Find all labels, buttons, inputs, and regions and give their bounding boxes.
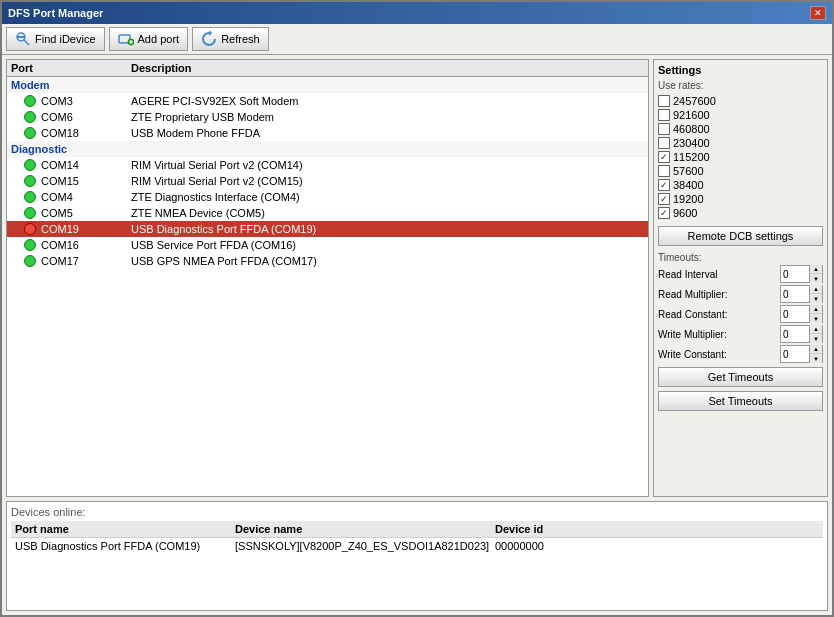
svg-rect-2 — [17, 36, 25, 38]
port-status-icon — [23, 126, 37, 140]
rate-row: 2457600 — [658, 94, 823, 108]
spin-up-button[interactable]: ▲ — [810, 305, 822, 314]
spin-down-button[interactable]: ▼ — [810, 354, 822, 363]
add-icon — [118, 31, 134, 47]
rate-checkbox[interactable] — [658, 123, 670, 135]
port-status-icon — [23, 174, 37, 188]
device-table-header: Port name Device name Device id — [11, 521, 823, 538]
rate-row: 230400 — [658, 136, 823, 150]
col-device-name-header: Device name — [235, 523, 495, 535]
spin-up-button[interactable]: ▲ — [810, 325, 822, 334]
window-title: DFS Port Manager — [8, 7, 103, 19]
port-row-selected[interactable]: COM19 USB Diagnostics Port FFDA (COM19) — [7, 221, 648, 237]
device-row: USB Diagnostics Port FFDA (COM19)[SSNSKO… — [11, 538, 823, 554]
rate-row: 921600 — [658, 108, 823, 122]
rate-label: 57600 — [673, 165, 704, 177]
spin-down-button[interactable]: ▼ — [810, 294, 822, 303]
timeout-input[interactable] — [781, 266, 809, 282]
spin-down-button[interactable]: ▼ — [810, 334, 822, 343]
port-status-icon — [23, 206, 37, 220]
devices-online-label: Devices online: — [11, 506, 823, 518]
rate-label: 460800 — [673, 123, 710, 135]
col-port-header: Port — [11, 62, 131, 74]
timeout-row: Write Multiplier:▲▼ — [658, 325, 823, 343]
port-row[interactable]: COM18 USB Modem Phone FFDA — [7, 125, 648, 141]
group-modem: Modem — [7, 77, 648, 93]
rate-row: 19200 — [658, 192, 823, 206]
spin-up-button[interactable]: ▲ — [810, 345, 822, 354]
timeout-row: Read Multiplier:▲▼ — [658, 285, 823, 303]
port-row[interactable]: COM6 ZTE Proprietary USB Modem — [7, 109, 648, 125]
timeout-name-label: Write Multiplier: — [658, 329, 780, 340]
port-status-icon — [23, 222, 37, 236]
spin-down-button[interactable]: ▼ — [810, 274, 822, 283]
port-row[interactable]: COM16 USB Service Port FFDA (COM16) — [7, 237, 648, 253]
port-row[interactable]: COM5 ZTE NMEA Device (COM5) — [7, 205, 648, 221]
bottom-panel: Devices online: Port name Device name De… — [6, 501, 828, 611]
timeout-input[interactable] — [781, 286, 809, 302]
rate-checkbox[interactable] — [658, 109, 670, 121]
timeout-name-label: Read Interval — [658, 269, 780, 280]
refresh-label: Refresh — [221, 33, 260, 45]
find-icon — [15, 31, 31, 47]
toolbar: Find iDevice Add port Refresh — [2, 24, 832, 55]
rate-label: 921600 — [673, 109, 710, 121]
find-idevice-button[interactable]: Find iDevice — [6, 27, 105, 51]
timeout-name-label: Read Constant: — [658, 309, 780, 320]
rate-checkbox[interactable] — [658, 207, 670, 219]
rate-label: 19200 — [673, 193, 704, 205]
port-row[interactable]: COM4 ZTE Diagnostics Interface (COM4) — [7, 189, 648, 205]
rate-row: 38400 — [658, 178, 823, 192]
spin-up-button[interactable]: ▲ — [810, 285, 822, 294]
set-timeouts-button[interactable]: Set Timeouts — [658, 391, 823, 411]
main-area: Port Description Modem COM3 AGERE PCI-SV… — [2, 55, 832, 501]
find-idevice-label: Find iDevice — [35, 33, 96, 45]
refresh-button[interactable]: Refresh — [192, 27, 269, 51]
rate-label: 9600 — [673, 207, 697, 219]
port-row[interactable]: COM15 RIM Virtual Serial Port v2 (COM15) — [7, 173, 648, 189]
use-rates-label: Use rates: — [658, 80, 823, 91]
port-status-icon — [23, 110, 37, 124]
rate-label: 230400 — [673, 137, 710, 149]
rate-label: 2457600 — [673, 95, 716, 107]
timeout-name-label: Read Multiplier: — [658, 289, 780, 300]
port-row[interactable]: COM14 RIM Virtual Serial Port v2 (COM14) — [7, 157, 648, 173]
port-row[interactable]: COM3 AGERE PCI-SV92EX Soft Modem — [7, 93, 648, 109]
device-rows-container: USB Diagnostics Port FFDA (COM19)[SSNSKO… — [11, 538, 823, 554]
timeout-input[interactable] — [781, 306, 809, 322]
col-port-name-header: Port name — [15, 523, 235, 535]
timeout-row: Write Constant:▲▼ — [658, 345, 823, 363]
get-timeouts-button[interactable]: Get Timeouts — [658, 367, 823, 387]
timeout-section: Timeouts: Read Interval▲▼Read Multiplier… — [658, 252, 823, 365]
add-port-button[interactable]: Add port — [109, 27, 189, 51]
rate-checkbox[interactable] — [658, 179, 670, 191]
rate-row: 57600 — [658, 164, 823, 178]
spin-up-button[interactable]: ▲ — [810, 265, 822, 274]
remote-dcb-button[interactable]: Remote DCB settings — [658, 226, 823, 246]
timeout-spinbox: ▲▼ — [780, 345, 823, 363]
timeout-spinbox: ▲▼ — [780, 285, 823, 303]
refresh-icon — [201, 31, 217, 47]
spin-down-button[interactable]: ▼ — [810, 314, 822, 323]
svg-line-1 — [24, 40, 29, 45]
rate-label: 115200 — [673, 151, 710, 163]
rate-checkbox[interactable] — [658, 151, 670, 163]
device-port-name: USB Diagnostics Port FFDA (COM19) — [15, 540, 235, 552]
timeout-spinbox: ▲▼ — [780, 305, 823, 323]
port-status-icon — [23, 94, 37, 108]
rate-checkbox[interactable] — [658, 165, 670, 177]
port-row[interactable]: COM17 USB GPS NMEA Port FFDA (COM17) — [7, 253, 648, 269]
timeout-input[interactable] — [781, 346, 809, 362]
timeout-row: Read Constant:▲▼ — [658, 305, 823, 323]
rate-row: 460800 — [658, 122, 823, 136]
col-desc-header: Description — [131, 62, 644, 74]
rate-checkbox[interactable] — [658, 137, 670, 149]
rate-label: 38400 — [673, 179, 704, 191]
rate-row: 9600 — [658, 206, 823, 220]
add-port-label: Add port — [138, 33, 180, 45]
close-button[interactable]: ✕ — [810, 6, 826, 20]
title-bar: DFS Port Manager ✕ — [2, 2, 832, 24]
rate-checkbox[interactable] — [658, 193, 670, 205]
timeout-input[interactable] — [781, 326, 809, 342]
rate-checkbox[interactable] — [658, 95, 670, 107]
